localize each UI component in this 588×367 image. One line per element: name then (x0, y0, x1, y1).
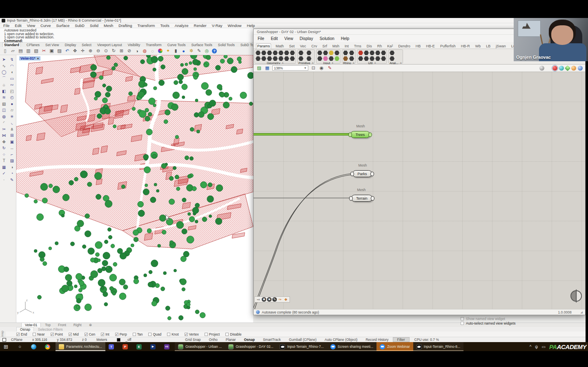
taskbar-item[interactable] (14, 342, 28, 351)
paste-icon[interactable]: ▨ (56, 48, 63, 54)
zoom-target-icon[interactable]: ⊙ (102, 48, 109, 54)
taskbar-item[interactable] (133, 342, 147, 351)
osnap-checkbox[interactable]: Vertex (185, 332, 199, 336)
component-icon[interactable] (317, 56, 322, 61)
trim-icon[interactable]: ✂ (0, 126, 8, 133)
osnap-panel-tab[interactable]: Selection Filters (35, 327, 66, 331)
viewport-tab[interactable]: ⊕ (86, 323, 95, 327)
mesh-param-node-parks[interactable]: Parks (352, 170, 372, 177)
component-icon[interactable] (278, 51, 283, 55)
component-icon[interactable] (267, 51, 272, 55)
grasshopper-category-tab[interactable]: LB (485, 44, 491, 49)
group-icon[interactable]: ⊞ (8, 132, 16, 139)
lock-icon[interactable]: ▮ (172, 48, 179, 54)
units-label[interactable]: Meters (91, 338, 112, 342)
grasshopper-menu-item[interactable]: Display (300, 36, 313, 41)
block-icon[interactable]: ▦ (0, 164, 8, 171)
component-icon[interactable] (343, 56, 348, 61)
grasshopper-category-tab[interactable]: jSwan (495, 44, 507, 49)
osnap-checkbox[interactable]: Tan (133, 332, 143, 336)
gray-sphere-icon[interactable] (539, 66, 544, 71)
taskbar-item[interactable]: Grasshopper - Urban ... (175, 342, 225, 351)
component-icon[interactable] (256, 56, 261, 61)
osnap-checkbox[interactable]: Quad (148, 332, 161, 336)
component-icon[interactable] (375, 56, 380, 61)
osnap-checkbox[interactable]: Perp (115, 332, 127, 336)
status-toggle[interactable]: Gumball (CPlane) (285, 338, 321, 342)
curve-icon[interactable]: ◠ (8, 63, 16, 69)
rhino-menu-item[interactable]: Analyze (175, 23, 189, 28)
osnap-checkbox[interactable]: Project (205, 332, 220, 336)
rhino-menu-item[interactable]: Surface (56, 23, 69, 28)
grasshopper-category-tab[interactable]: Dis (366, 44, 373, 49)
expand-group-icon[interactable]: + (400, 61, 401, 65)
grasshopper-menu-item[interactable]: Solution (320, 36, 334, 41)
gear-icon[interactable]: ✲ (188, 48, 195, 54)
component-icon[interactable] (307, 56, 312, 61)
grasshopper-category-tab[interactable]: Pufferfish (439, 44, 457, 49)
polygon-icon[interactable]: ⌂ (0, 82, 8, 88)
new-file-icon[interactable]: ▯ (2, 48, 9, 54)
layer-swatch-icon[interactable] (2, 338, 6, 342)
osnap-panel-tab[interactable]: Osnap (16, 327, 34, 331)
component-icon[interactable] (390, 56, 394, 61)
orange-sphere-icon[interactable] (571, 66, 576, 71)
component-icon[interactable] (329, 51, 334, 55)
checkbox-icon[interactable] (133, 333, 136, 336)
taskbar-item[interactable]: Input-Terrain_Rhino-8... (413, 342, 463, 351)
component-icon[interactable] (261, 51, 266, 55)
viewport-title-chip[interactable]: Veiw-01* ▼ (19, 56, 40, 60)
revolve-icon[interactable]: ◴ (8, 94, 16, 101)
component-icon[interactable] (381, 51, 386, 55)
status-toggle[interactable]: SmartTrack (259, 338, 285, 342)
component-icon[interactable] (298, 56, 303, 61)
rainbow-icon[interactable] (158, 49, 163, 53)
checkbox-icon[interactable] (51, 333, 54, 336)
move-tool-icon[interactable]: ✥ (0, 139, 8, 145)
dimension-icon[interactable]: ⌐ (8, 151, 16, 158)
component-icon[interactable] (358, 56, 363, 61)
rhino-menu-item[interactable]: File (3, 23, 9, 28)
taskbar-item[interactable] (42, 342, 56, 351)
checkbox-icon[interactable] (115, 333, 118, 336)
checkbox-icon[interactable] (461, 322, 464, 325)
gear-icon[interactable]: ✱ (262, 297, 266, 302)
hide-icon[interactable]: ⊘ (126, 48, 133, 54)
pipe-icon[interactable]: ⌭ (8, 107, 16, 113)
osnap-checkbox[interactable]: Int (101, 332, 109, 336)
taskbar-item[interactable] (147, 342, 161, 351)
component-icon[interactable] (334, 51, 339, 55)
surface-icon[interactable]: ◧ (0, 88, 8, 95)
status-toggle[interactable]: Record History (361, 338, 392, 342)
widget-icon[interactable]: ❖ (283, 298, 288, 302)
forward-arrow-icon[interactable]: ⇨ (256, 298, 261, 302)
check-icon[interactable]: ✓ (0, 170, 8, 177)
rhino-toolbar-tab[interactable]: Surface Tools (191, 43, 212, 47)
checkbox-icon[interactable] (185, 333, 188, 336)
preview-eye-icon[interactable]: ◉ (318, 65, 325, 71)
sphere-icon[interactable]: ● (8, 101, 16, 107)
component-icon[interactable] (349, 56, 354, 61)
save-file-icon[interactable]: ▦ (264, 65, 270, 71)
rhino-viewport[interactable]: Veiw-01* ▼ (16, 55, 253, 323)
grasshopper-menu-item[interactable]: Help (341, 36, 350, 41)
checkbox-icon[interactable] (85, 333, 88, 336)
grasshopper-category-tab[interactable]: Wb (474, 44, 482, 49)
pan-icon[interactable]: ✥ (71, 48, 78, 54)
component-icon[interactable] (298, 51, 303, 55)
checkbox-icon[interactable] (148, 333, 151, 336)
hatch-icon[interactable]: ▨ (8, 158, 16, 164)
fillet-icon[interactable]: ◜ (0, 120, 8, 126)
status-toggle[interactable]: Ortho (205, 338, 222, 342)
rhino-toolbar-tab[interactable]: Transform (146, 43, 161, 47)
taskbar-item[interactable]: Zoom Webinar (376, 342, 413, 351)
grasshopper-category-tab[interactable]: Trns (353, 44, 362, 49)
sketch-icon[interactable]: ✎ (272, 297, 277, 302)
component-icon[interactable] (364, 51, 369, 55)
taskbar-item[interactable] (28, 342, 42, 351)
sphere-icon[interactable]: ● (180, 48, 187, 54)
grasshopper-category-tab[interactable]: Int (344, 44, 350, 49)
mesh-param-node-trees[interactable]: Trees (350, 131, 370, 138)
grasshopper-category-tab[interactable]: Ka² (386, 44, 394, 49)
text-icon[interactable]: T (0, 158, 8, 164)
